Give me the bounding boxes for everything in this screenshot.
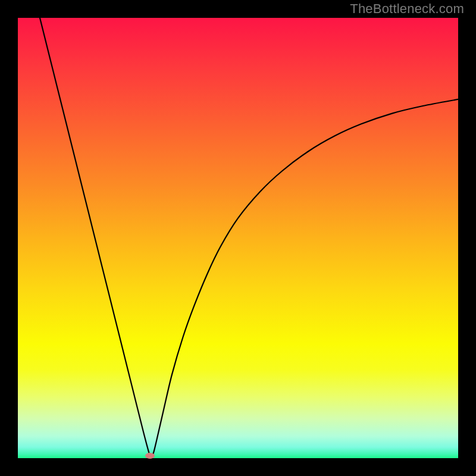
bottleneck-curve	[18, 18, 458, 458]
chart-frame	[18, 18, 458, 458]
watermark-text: TheBottleneck.com	[350, 1, 464, 17]
minimum-marker	[145, 453, 155, 459]
